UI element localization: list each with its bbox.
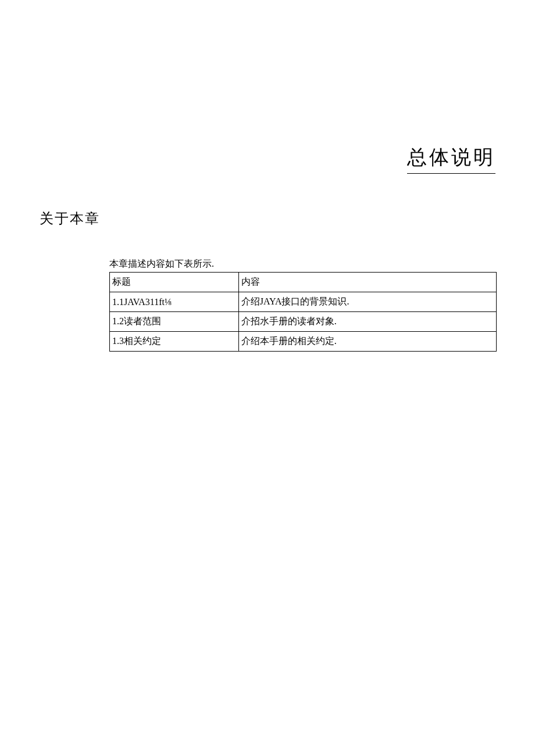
table-caption: 本章描述内容如下表所示. xyxy=(109,258,214,270)
table-cell-title: 1.2读者范围 xyxy=(110,312,239,332)
table-row: 1.1JAVA311ft⅛ 介绍JAYA接口的背景知识. xyxy=(110,292,497,312)
table-cell-content: 介绍JAYA接口的背景知识. xyxy=(238,292,496,312)
table-row: 1.3相关约定 介绍本手册的相关约定. xyxy=(110,332,497,352)
page: 总体说明 关于本章 本章描述内容如下表所示. 标题 内容 1.1JAVA311f… xyxy=(0,0,535,756)
table-header-row: 标题 内容 xyxy=(110,273,497,292)
table-cell-title: 1.3相关约定 xyxy=(110,332,239,352)
table-row: 1.2读者范围 介招水手册的读者对象. xyxy=(110,312,497,332)
table-cell-content: 介招水手册的读者对象. xyxy=(238,312,496,332)
table-cell-title: 1.1JAVA311ft⅛ xyxy=(110,292,239,312)
table-header-content: 内容 xyxy=(238,273,496,292)
table-cell-content: 介绍本手册的相关约定. xyxy=(238,332,496,352)
table-header-title: 标题 xyxy=(110,273,239,292)
page-title: 总体说明 xyxy=(407,144,495,174)
section-heading: 关于本章 xyxy=(40,209,100,228)
content-table: 标题 内容 1.1JAVA311ft⅛ 介绍JAYA接口的背景知识. 1.2读者… xyxy=(109,272,497,352)
